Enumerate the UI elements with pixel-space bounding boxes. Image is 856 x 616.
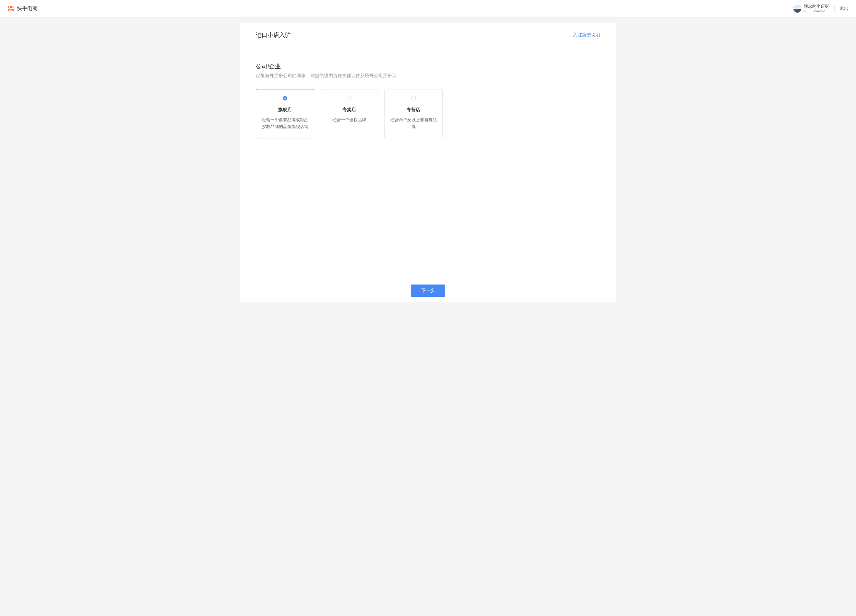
divider bbox=[834, 6, 834, 11]
option-card-franchise[interactable]: 专营店 经营两个及以上非自有品牌 bbox=[384, 89, 443, 138]
logout-link[interactable]: 退出 bbox=[840, 6, 848, 12]
user-info[interactable]: 阿念的小店呀 ID：1354262 bbox=[793, 4, 829, 13]
user-details: 阿念的小店呀 ID：1354262 bbox=[804, 4, 829, 13]
svg-point-1 bbox=[12, 6, 13, 8]
kuaishou-logo-icon bbox=[8, 6, 14, 12]
main-container: 进口小店入驻 入驻类型说明 公司/企业 仅限海外注册公司的商家，需提供境内责任主… bbox=[240, 23, 616, 302]
footer: 下一步 bbox=[240, 279, 616, 302]
radio-icon bbox=[283, 96, 287, 100]
help-link[interactable]: 入驻类型说明 bbox=[573, 32, 600, 38]
next-button[interactable]: 下一步 bbox=[411, 284, 445, 297]
section-title: 公司/企业 bbox=[256, 63, 600, 70]
user-id: ID：1354262 bbox=[804, 9, 829, 13]
options-container: 旗舰店 经营一个自有品牌或独占授权品牌的品牌旗舰店铺 专卖店 经营一个授权品牌 … bbox=[256, 89, 600, 138]
option-card-exclusive[interactable]: 专卖店 经营一个授权品牌 bbox=[320, 89, 379, 138]
page-header: 进口小店入驻 入驻类型说明 bbox=[240, 23, 616, 47]
option-card-flagship[interactable]: 旗舰店 经营一个自有品牌或独占授权品牌的品牌旗舰店铺 bbox=[256, 89, 314, 138]
content: 公司/企业 仅限海外注册公司的商家，需提供境内责任主体证件及境外公司注册证 旗舰… bbox=[240, 47, 616, 279]
option-title: 旗舰店 bbox=[261, 107, 309, 113]
logo[interactable]: 快手电商 bbox=[8, 5, 38, 12]
option-desc: 经营两个及以上非自有品牌 bbox=[390, 117, 437, 130]
app-header: 快手电商 阿念的小店呀 ID：1354262 退出 bbox=[0, 0, 856, 17]
svg-rect-2 bbox=[9, 9, 11, 11]
svg-point-0 bbox=[9, 6, 11, 8]
section-desc: 仅限海外注册公司的商家，需提供境内责任主体证件及境外公司注册证 bbox=[256, 73, 600, 79]
page-title: 进口小店入驻 bbox=[256, 31, 291, 39]
option-title: 专营店 bbox=[390, 107, 437, 113]
header-right: 阿念的小店呀 ID：1354262 退出 bbox=[793, 4, 848, 13]
radio-icon bbox=[347, 96, 351, 100]
option-desc: 经营一个授权品牌 bbox=[326, 117, 373, 123]
avatar bbox=[793, 5, 801, 13]
svg-rect-3 bbox=[12, 9, 13, 11]
logo-text: 快手电商 bbox=[17, 5, 38, 12]
radio-icon bbox=[411, 96, 416, 100]
option-desc: 经营一个自有品牌或独占授权品牌的品牌旗舰店铺 bbox=[261, 117, 309, 130]
user-name: 阿念的小店呀 bbox=[804, 4, 829, 9]
option-title: 专卖店 bbox=[326, 107, 373, 113]
